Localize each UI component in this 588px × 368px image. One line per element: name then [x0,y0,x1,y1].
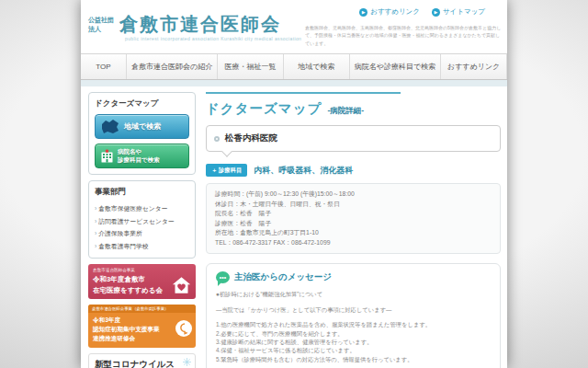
home-care-banner-top: 倉敷市連合医師会事業 [93,268,191,272]
message-heading-1: ●初診時における“機能強化加算”について [216,290,491,298]
speech-bubble-icon: ••• [216,271,230,283]
global-nav: TOP 倉敷市連合医師会の紹介 医療・福祉一覧 地域で検索 病院名や診療科目で検… [81,53,507,80]
detail-tel-fax: TEL：086-472-3317 FAX：086-472-1099 [215,238,492,248]
dementia-banner-top: 倉敷市連合医師会事業（倉敷市委託事業） [88,305,196,313]
doctor-message-box: ••• 主治医からのメッセージ ●初診時における“機能強化加算”について ―当院… [206,263,501,368]
dementia-banner-body: 令和3年度 認知症初期集中支援事業 連携推進研修会 [88,313,196,348]
page-title-row: ドクターズマップ -病院詳細- [206,100,501,118]
site-header: 公益社団法人 倉敷市連合医師会 public interest incorpor… [81,0,507,53]
region-map-icon [100,119,120,134]
nav-item-area-search[interactable]: 地域で検索 [284,54,350,79]
head-profile-icon [175,319,193,338]
page-subtitle: -病院詳細- [327,106,364,117]
bullet-icon: › [95,205,96,212]
speech-tail [221,146,232,156]
message-item: 5.緊急時（診療時間外も含む）の対応方法等の、情報提供を行っています。 [216,355,491,363]
sitemap-link[interactable]: ▶ サイトマップ [432,7,485,17]
division-label: 訪問看護サービスセンター [98,218,175,224]
area-search-label: 地域で検索 [124,121,161,132]
hospital-building-icon [100,149,114,163]
name-search-line1: 病院名や [118,148,141,155]
divisions-title: 事業部門 [95,187,189,198]
division-label: 介護保険事業所 [98,230,142,236]
dementia-support-banner[interactable]: 倉敷市連合医師会事業（倉敷市委託事業） 令和3年度 認知症初期集中支援事業 連携… [88,305,196,348]
site-column: 公益社団法人 倉敷市連合医師会 public interest incorpor… [81,0,507,368]
division-label: 倉敷看護専門学校 [98,243,148,249]
division-label: 倉敷市保健医療センター [98,205,167,212]
snowflake-icon [183,358,191,366]
sidebar: ドクターズマップ 地域で検索 [88,92,196,368]
nav-item-recommended-links[interactable]: おすすめリンク [441,54,507,79]
nav-sub-strip [81,80,507,86]
content-top-divider [206,92,401,94]
message-item: 4.保健・福祉サービス等に係る相談に応じています。 [216,346,491,354]
recommended-links-label: おすすめリンク [370,7,420,17]
doctor-message-header: ••• 主治医からのメッセージ [216,271,491,283]
bullet-icon: › [95,243,96,249]
main-content: ドクターズマップ -病院詳細- 松香内科医院 ＋ 診療科目 内科、呼吸器科、消化… [206,92,501,368]
corona-shelter-banner[interactable]: 新型コロナウイルス 避難所設営 提案書 PDF [88,353,196,368]
name-search-label: 病院名や 診療科目で検索 [118,148,160,164]
bullet-icon: › [95,218,96,224]
doctors-map-title: ドクターズマップ [95,98,189,109]
nav-item-top[interactable]: TOP [81,54,127,79]
divisions-box: 事業部門 ›倉敷市保健医療センター ›訪問看護サービスセンター ›介護保険事業所… [88,180,196,259]
departments-tag: ＋ 診療科目 [206,164,247,177]
browser-viewport: 公益社団法人 倉敷市連合医師会 public interest incorpor… [0,0,588,368]
page-title: ドクターズマップ [206,100,322,118]
division-link-care-insurance[interactable]: ›介護保険事業所 [95,227,189,240]
double-circle-icon [214,136,220,142]
site-subtitle-en: public interest incorporated association… [125,36,301,41]
header-description: 倉敷医師会、児島医師会、玉島医師会、都窪医師会、北児島医師会の5医師会が倉敷市と… [305,24,502,47]
message-item: 1.他の医療機関で処方された医薬品を含め、服薬状況等を踏まえた管理をします。 [216,320,491,328]
circle-arrow-icon: ▶ [432,8,440,17]
message-item: 3.健康診断の結果に関する相談、健康管理を行っています。 [216,338,491,346]
departments-row: ＋ 診療科目 内科、呼吸器科、消化器科 [206,164,501,177]
hospital-name-box: 松香内科医院 [206,125,501,152]
departments-list: 内科、呼吸器科、消化器科 [254,165,353,177]
hospital-name: 松香内科医院 [225,132,277,144]
detail-address: 所在地：倉敷市児島上の町3丁目1-10 [215,228,492,238]
site-logo[interactable]: 公益社団法人 倉敷市連合医師会 [88,12,281,37]
division-link-nursing-service[interactable]: ›訪問看護サービスセンター [95,215,189,228]
name-search-button[interactable]: 病院名や 診療科目で検索 [95,144,189,168]
division-link-nursing-school[interactable]: ›倉敷看護専門学校 [95,240,189,253]
message-intro-1: ―当院では「かかりつけ医」として以下の事項に対応しています― [216,305,491,314]
area-search-button[interactable]: 地域で検索 [95,114,189,139]
detail-hours: 診療時間：(午前) 9:00～12:30 (午後)15:00～18:00 [215,190,492,200]
home-care-banner[interactable]: 倉敷市連合医師会事業 令和3年度倉敷市 在宅医療をすすめる会 [88,264,196,299]
corona-banner-title: 新型コロナウイルス [95,359,189,368]
house-heart-icon [172,276,191,294]
message-item: 2.必要に応じて、専門の医療機関を紹介します。 [216,329,491,338]
recommended-links-link[interactable]: ▶ おすすめリンク [359,7,420,17]
nav-item-name-search[interactable]: 病院名や診療科目で検索 [350,54,441,79]
doctor-message-title: 主治医からのメッセージ [234,271,332,283]
bullet-icon: › [95,230,96,236]
doctors-map-box: ドクターズマップ 地域で検索 [88,92,196,175]
nav-item-about[interactable]: 倉敷市連合医師会の紹介 [127,54,218,79]
hospital-details-box: 診療時間：(午前) 9:00～12:30 (午後)15:00～18:00 休診日… [206,183,501,254]
name-search-line2: 診療科目で検索 [118,156,160,163]
sitemap-label: サイトマップ [443,7,485,17]
detail-physician: 診療医：松香 陽子 [215,219,492,229]
org-type-label: 公益社団法人 [88,16,116,32]
detail-closed-days: 休診日：木・土曜日午後、日曜日、祝・祭日 [215,200,492,210]
header-utility-links: ▶ おすすめリンク ▶ サイトマップ [359,7,485,17]
content-area: ドクターズマップ 地域で検索 [81,86,507,368]
circle-arrow-icon: ▶ [359,8,368,17]
nav-item-medical-list[interactable]: 医療・福祉一覧 [218,54,284,79]
detail-director: 院長名：松香 陽子 [215,209,492,219]
site-title: 倉敷市連合医師会 [119,12,281,37]
division-link-health-center[interactable]: ›倉敷市保健医療センター [95,202,189,215]
